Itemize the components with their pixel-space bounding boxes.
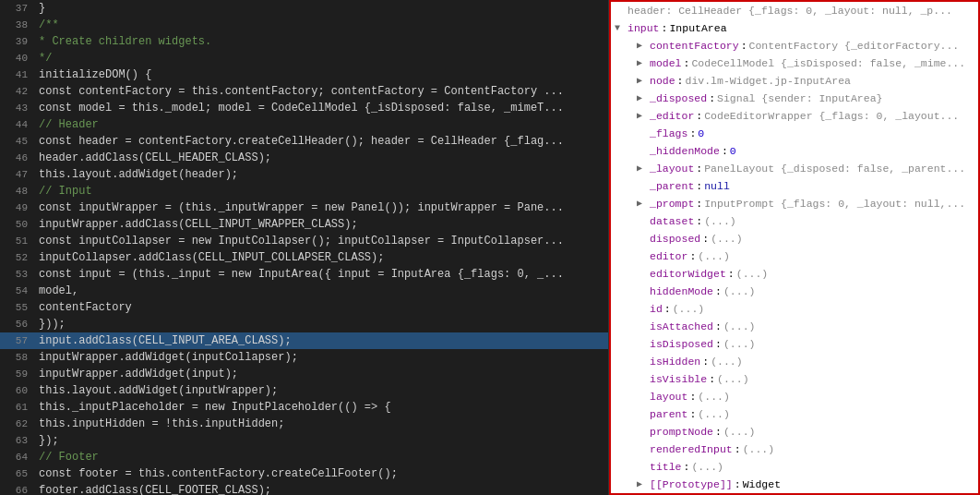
prop-value: (...) bbox=[723, 336, 756, 352]
colon: : bbox=[684, 459, 690, 475]
tree-item-layout[interactable]: layout: (...) bbox=[611, 388, 978, 405]
prop-value: null bbox=[704, 178, 730, 194]
line-number: 44 bbox=[0, 119, 35, 130]
line-content: inputWrapper.addClass(CELL_INPUT_WRAPPER… bbox=[35, 218, 358, 231]
colon: : bbox=[689, 389, 696, 404]
tree-item-promptNode[interactable]: promptNode: (...) bbox=[611, 423, 978, 441]
line-number: 63 bbox=[0, 435, 35, 446]
prop-value: (...) bbox=[673, 301, 705, 317]
colon: : bbox=[728, 266, 735, 282]
line-number: 46 bbox=[0, 152, 35, 163]
colon: : bbox=[684, 55, 690, 71]
tree-item-id[interactable]: id: (...) bbox=[611, 300, 978, 318]
tree-item-renderedInput[interactable]: renderedInput: (...) bbox=[611, 441, 978, 458]
code-line-40: 40 */ bbox=[0, 50, 608, 66]
code-lines: 37 }38 /**39 * Create children widgets.4… bbox=[0, 0, 608, 495]
line-content: this.layout.addWidget(inputWrapper); bbox=[35, 384, 278, 397]
prop-value: (...) bbox=[723, 284, 756, 299]
tree-item--prompt[interactable]: _prompt: InputPrompt {_flags: 0, _layout… bbox=[611, 195, 978, 212]
tree-item--disposed[interactable]: _disposed: Signal {sender: InputArea} bbox=[611, 90, 978, 107]
prop-key: isVisible bbox=[650, 371, 707, 387]
code-line-52: 52 inputCollapser.addClass(CELL_INPUT_CO… bbox=[0, 249, 608, 266]
debug-tree: header: CellHeader {_flags: 0, _layout: … bbox=[611, 2, 978, 495]
code-line-60: 60 this.layout.addWidget(inputWrapper); bbox=[0, 382, 608, 399]
prop-value: (...) bbox=[736, 266, 769, 282]
tree-arrow bbox=[637, 196, 648, 211]
line-number: 41 bbox=[0, 69, 35, 80]
prop-key: _flags bbox=[650, 126, 687, 141]
prop-key: model bbox=[650, 55, 682, 71]
prop-key: _prompt bbox=[650, 196, 694, 211]
line-number: 38 bbox=[0, 19, 35, 30]
line-number: 59 bbox=[0, 368, 35, 380]
tree-item-isVisible[interactable]: isVisible: (...) bbox=[611, 370, 978, 388]
prop-key: editor bbox=[650, 248, 687, 264]
code-line-63: 63 }); bbox=[0, 432, 608, 449]
prop-key: [[Prototype]] bbox=[650, 477, 733, 492]
line-content: const input = (this._input = new InputAr… bbox=[35, 268, 564, 281]
prop-value: Widget bbox=[743, 477, 781, 492]
line-number: 61 bbox=[0, 402, 35, 413]
tree-item---Prototype--[interactable]: [[Prototype]]: Widget bbox=[611, 476, 978, 493]
input-arrow bbox=[615, 20, 626, 36]
header-text: header: CellHeader {_flags: 0, _layout: … bbox=[627, 3, 952, 18]
tree-item-hiddenMode[interactable]: hiddenMode: (...) bbox=[611, 283, 978, 300]
tree-item-isHidden[interactable]: isHidden: (...) bbox=[611, 353, 978, 370]
input-area-root[interactable]: input : InputArea bbox=[611, 19, 978, 37]
code-line-46: 46 header.addClass(CELL_HEADER_CLASS); bbox=[0, 150, 608, 166]
prop-key: disposed bbox=[650, 231, 700, 247]
code-line-61: 61 this._inputPlaceholder = new InputPla… bbox=[0, 399, 608, 416]
tree-item-title[interactable]: title: (...) bbox=[611, 458, 978, 476]
line-number: 42 bbox=[0, 86, 35, 97]
line-number: 65 bbox=[0, 468, 35, 479]
prop-value: CodeEditorWrapper {_flags: 0, _layout... bbox=[704, 108, 959, 124]
line-content: // Header bbox=[35, 118, 99, 131]
colon: : bbox=[702, 354, 709, 369]
prop-value: (...) bbox=[698, 389, 730, 404]
code-line-58: 58 inputWrapper.addWidget(inputCollapser… bbox=[0, 349, 608, 366]
line-number: 66 bbox=[0, 485, 35, 495]
prop-key: _parent bbox=[650, 178, 694, 194]
code-line-37: 37 } bbox=[0, 0, 608, 17]
code-line-50: 50 inputWrapper.addClass(CELL_INPUT_WRAP… bbox=[0, 216, 608, 233]
prop-key: parent bbox=[650, 406, 687, 422]
line-number: 56 bbox=[0, 319, 35, 330]
tree-item-editorWidget[interactable]: editorWidget: (...) bbox=[611, 265, 978, 283]
line-content: this.layout.addWidget(header); bbox=[35, 168, 238, 181]
tree-item-disposed[interactable]: disposed: (...) bbox=[611, 230, 978, 248]
colon: : bbox=[715, 424, 722, 440]
tree-item--parent[interactable]: _parent: null bbox=[611, 177, 978, 195]
tree-item-isDisposed[interactable]: isDisposed: (...) bbox=[611, 335, 978, 353]
line-number: 64 bbox=[0, 452, 35, 463]
line-content: }); bbox=[35, 434, 59, 447]
line-content: const model = this._model; model = CodeC… bbox=[35, 102, 564, 115]
tree-item-parent[interactable]: parent: (...) bbox=[611, 405, 978, 423]
prop-value: div.lm-Widget.jp-InputArea bbox=[686, 73, 851, 89]
debug-inspector[interactable]: header: CellHeader {_flags: 0, _layout: … bbox=[609, 0, 980, 495]
tree-item-dataset[interactable]: dataset: (...) bbox=[611, 212, 978, 230]
line-content: footer.addClass(CELL_FOOTER_CLASS); bbox=[35, 484, 271, 495]
debug-header-row[interactable]: header: CellHeader {_flags: 0, _layout: … bbox=[611, 2, 978, 19]
tree-item-editor[interactable]: editor: (...) bbox=[611, 248, 978, 265]
prop-key: layout bbox=[650, 389, 687, 404]
tree-item-contentFactory[interactable]: contentFactory: ContentFactory {_editorF… bbox=[611, 37, 978, 54]
colon: : bbox=[709, 371, 715, 387]
tree-item--flags[interactable]: _flags: 0 bbox=[611, 125, 978, 142]
line-number: 37 bbox=[0, 3, 35, 14]
tree-arrow bbox=[637, 38, 648, 54]
prop-key: contentFactory bbox=[650, 38, 739, 54]
line-number: 52 bbox=[0, 252, 35, 263]
tree-item-node[interactable]: node: div.lm-Widget.jp-InputArea bbox=[611, 72, 978, 90]
tree-item--editor[interactable]: _editor: CodeEditorWrapper {_flags: 0, _… bbox=[611, 107, 978, 125]
code-line-66: 66 footer.addClass(CELL_FOOTER_CLASS); bbox=[0, 482, 608, 495]
line-content: const footer = this.contentFactory.creat… bbox=[35, 467, 398, 480]
tree-item-isAttached[interactable]: isAttached: (...) bbox=[611, 318, 978, 335]
tree-item-model[interactable]: model: CodeCellModel {_isDisposed: false… bbox=[611, 54, 978, 72]
tree-item--layout[interactable]: _layout: PanelLayout {_disposed: false, … bbox=[611, 160, 978, 177]
line-content: * Create children widgets. bbox=[35, 35, 211, 48]
prop-value: PanelLayout {_disposed: false, _parent..… bbox=[704, 161, 965, 176]
prop-key: id bbox=[650, 301, 663, 317]
colon: : bbox=[696, 196, 702, 211]
tree-item--hiddenMode[interactable]: _hiddenMode: 0 bbox=[611, 142, 978, 160]
prop-key: _editor bbox=[650, 108, 694, 124]
